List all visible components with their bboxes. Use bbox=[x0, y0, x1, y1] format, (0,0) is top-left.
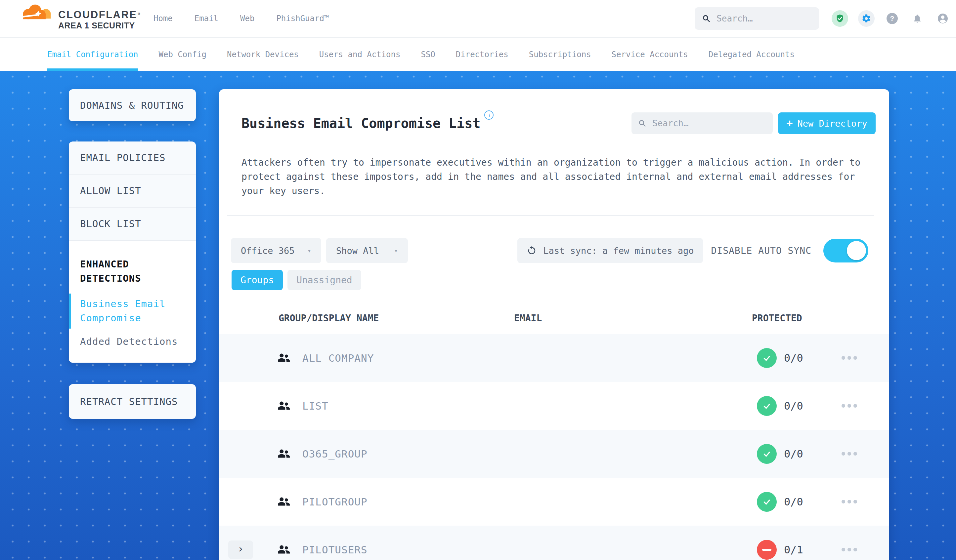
tab-sso[interactable]: SSO bbox=[421, 38, 435, 71]
column-group-display-name: GROUP/DISPLAY NAME bbox=[278, 313, 379, 324]
auto-sync-label: DISABLE AUTO SYNC bbox=[711, 245, 811, 256]
page-description: Attackers often try to impersonate execu… bbox=[242, 155, 874, 198]
sidebar-group-email-settings: EMAIL POLICIES ALLOW LIST BLOCK LIST ENH… bbox=[69, 141, 196, 362]
search-icon bbox=[638, 119, 646, 128]
directory-search-input[interactable] bbox=[652, 118, 766, 129]
search-icon bbox=[702, 14, 711, 24]
new-directory-button[interactable]: + New Directory bbox=[778, 112, 876, 134]
group-people-icon bbox=[276, 542, 291, 557]
global-search[interactable] bbox=[695, 7, 819, 30]
tab-users-and-actions[interactable]: Users and Actions bbox=[319, 38, 401, 71]
protected-count: 0/1 bbox=[784, 543, 803, 556]
question-mark-icon: ? bbox=[890, 14, 895, 22]
shield-check-icon bbox=[835, 14, 844, 23]
group-name: LIST bbox=[302, 400, 329, 412]
top-nav-home[interactable]: Home bbox=[154, 14, 173, 23]
top-nav: Home Email Web PhishGuard™ bbox=[154, 0, 329, 37]
security-status-button[interactable] bbox=[832, 10, 848, 27]
settings-sidebar: DOMAINS & ROUTING EMAIL POLICIES ALLOW L… bbox=[69, 89, 196, 419]
protected-status-icon bbox=[757, 396, 777, 416]
settings-button[interactable] bbox=[858, 10, 874, 27]
protected-count: 0/0 bbox=[784, 352, 803, 364]
column-protected: PROTECTED bbox=[752, 313, 802, 324]
workspace: DOMAINS & ROUTING EMAIL POLICIES ALLOW L… bbox=[0, 71, 956, 560]
tab-email-configuration[interactable]: Email Configuration bbox=[47, 38, 138, 71]
tab-unassigned[interactable]: Unassigned bbox=[288, 270, 361, 290]
sidebar-item-retract-settings[interactable]: RETRACT SETTINGS bbox=[69, 384, 196, 419]
cloudflare-logo[interactable]: CLOUDFLARE® AREA 1 SECURITY bbox=[19, 3, 141, 30]
expand-row-button[interactable]: › bbox=[228, 541, 253, 559]
cloudflare-cloud-icon bbox=[19, 3, 53, 21]
tab-subscriptions[interactable]: Subscriptions bbox=[529, 38, 591, 71]
auto-sync-toggle[interactable] bbox=[823, 239, 868, 262]
provider-select[interactable]: Office 365 ▾ bbox=[231, 238, 321, 263]
sidebar-section-enhanced-detections: ENHANCED DETECTIONS Business Email Compr… bbox=[69, 241, 196, 362]
tab-network-devices[interactable]: Network Devices bbox=[227, 38, 299, 71]
top-bar: CLOUDFLARE® AREA 1 SECURITY Home Email W… bbox=[0, 0, 956, 37]
row-menu-button[interactable] bbox=[838, 430, 860, 478]
row-menu-button[interactable] bbox=[838, 334, 860, 382]
top-bar-right: ? bbox=[695, 0, 949, 37]
group-people-icon bbox=[276, 494, 291, 510]
tab-web-config[interactable]: Web Config bbox=[159, 38, 207, 71]
top-nav-phishguard[interactable]: PhishGuard™ bbox=[276, 14, 329, 23]
plus-icon: + bbox=[786, 118, 792, 128]
tab-directories[interactable]: Directories bbox=[456, 38, 508, 71]
last-sync-button[interactable]: Last sync: a few minutes ago bbox=[517, 238, 703, 263]
help-button[interactable]: ? bbox=[887, 13, 898, 24]
global-search-input[interactable] bbox=[716, 13, 812, 24]
group-tabs: Groups Unassigned bbox=[231, 270, 889, 290]
registered-mark: ® bbox=[138, 9, 141, 20]
app-window: CLOUDFLARE® AREA 1 SECURITY Home Email W… bbox=[0, 0, 956, 560]
group-name: PILOTGROUP bbox=[302, 496, 368, 508]
protected-status-icon bbox=[757, 540, 777, 560]
chevron-down-icon: ▾ bbox=[307, 246, 311, 254]
notifications-button[interactable] bbox=[912, 14, 922, 24]
tab-delegated-accounts[interactable]: Delegated Accounts bbox=[709, 38, 794, 71]
row-menu-button[interactable] bbox=[838, 478, 860, 525]
bell-icon bbox=[912, 14, 922, 24]
directory-search[interactable] bbox=[632, 112, 773, 134]
table-row: › PILOTUSERS 0/1 bbox=[219, 525, 889, 560]
info-icon[interactable]: i bbox=[484, 110, 494, 120]
account-button[interactable] bbox=[937, 13, 949, 25]
chevron-right-icon: › bbox=[237, 543, 244, 555]
group-name: PILOTUSERS bbox=[302, 544, 368, 556]
sidebar-item-added-detections[interactable]: Added Detections bbox=[80, 334, 185, 349]
sidebar-item-enhanced-detections[interactable]: ENHANCED DETECTIONS bbox=[80, 257, 185, 285]
sidebar-item-email-policies[interactable]: EMAIL POLICIES bbox=[69, 141, 196, 174]
group-people-icon bbox=[276, 398, 291, 414]
top-nav-email[interactable]: Email bbox=[195, 14, 219, 23]
table-header: GROUP/DISPLAY NAME EMAIL PROTECTED bbox=[219, 309, 889, 334]
sync-controls: Office 365 ▾ Show All ▾ Last sync: a few… bbox=[231, 238, 868, 263]
brand-subname: AREA 1 SECURITY bbox=[58, 20, 141, 30]
sidebar-item-business-email-compromise[interactable]: Business Email Compromise bbox=[80, 297, 185, 325]
check-icon bbox=[761, 449, 772, 459]
user-avatar-icon bbox=[937, 13, 949, 25]
gear-icon bbox=[862, 14, 871, 24]
table-row: PILOTGROUP 0/0 bbox=[219, 478, 889, 525]
tab-service-accounts[interactable]: Service Accounts bbox=[612, 38, 688, 71]
chevron-down-icon: ▾ bbox=[394, 246, 398, 254]
table-row: LIST 0/0 bbox=[219, 382, 889, 430]
check-icon bbox=[761, 353, 772, 363]
bec-list-panel: Business Email Compromise List i + New D… bbox=[219, 89, 889, 560]
protected-status-icon bbox=[757, 348, 777, 368]
sidebar-item-block-list[interactable]: BLOCK LIST bbox=[69, 208, 196, 241]
row-menu-button[interactable] bbox=[838, 525, 860, 560]
sidebar-item-allow-list[interactable]: ALLOW LIST bbox=[69, 174, 196, 208]
show-filter-select[interactable]: Show All ▾ bbox=[326, 238, 408, 263]
section-divider bbox=[227, 215, 874, 216]
top-nav-web[interactable]: Web bbox=[240, 14, 255, 23]
tab-groups[interactable]: Groups bbox=[231, 270, 283, 290]
panel-header: Business Email Compromise List i + New D… bbox=[242, 112, 876, 134]
column-email: EMAIL bbox=[514, 313, 542, 324]
groups-table: GROUP/DISPLAY NAME EMAIL PROTECTED ALL C… bbox=[219, 309, 889, 560]
brand-name: CLOUDFLARE® bbox=[58, 10, 141, 20]
check-icon bbox=[761, 401, 772, 411]
sidebar-item-domains-routing[interactable]: DOMAINS & ROUTING bbox=[69, 89, 196, 121]
table-row: ALL COMPANY 0/0 bbox=[219, 334, 889, 382]
table-row: O365_GROUP 0/0 bbox=[219, 430, 889, 478]
row-menu-button[interactable] bbox=[838, 382, 860, 430]
group-name: ALL COMPANY bbox=[302, 352, 374, 364]
